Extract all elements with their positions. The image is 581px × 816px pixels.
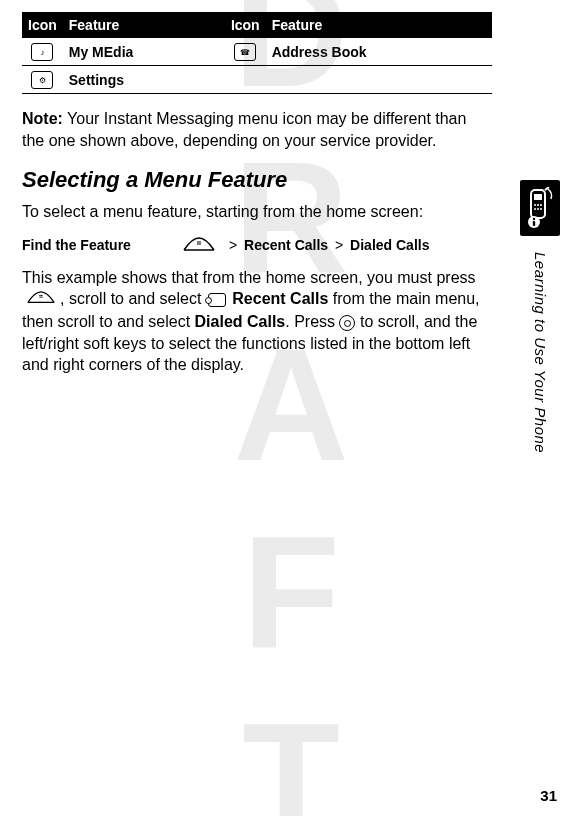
settings-icon: ⚙ [22,66,63,94]
svg-point-14 [540,208,542,210]
breadcrumb: > Recent Calls > Dialed Calls [226,237,429,253]
svg-point-10 [537,204,539,206]
address-book-icon: ☎ [225,38,266,66]
svg-point-9 [534,204,536,206]
body-recent: Recent Calls [232,290,328,307]
empty-cell [266,66,492,94]
intro-paragraph: To select a menu feature, starting from … [22,201,492,223]
th-feature-2: Feature [266,13,492,38]
th-icon-2: Icon [225,13,266,38]
icon-feature-table: Icon Feature Icon Feature ♪ My MEdia ☎ A… [22,12,492,94]
svg-rect-17 [533,221,535,226]
menu-key-icon [24,289,58,311]
table-row: ⚙ Settings [22,66,492,94]
nav-key-icon [339,315,355,331]
my-media-icon: ♪ [22,38,63,66]
crumb-dialed-calls: Dialed Calls [350,237,429,253]
th-icon-1: Icon [22,13,63,38]
svg-point-13 [537,208,539,210]
page-content: Icon Feature Icon Feature ♪ My MEdia ☎ A… [0,0,581,816]
section-title-vertical: Learning to Use Your Phone [532,252,549,453]
crumb-recent-calls: Recent Calls [244,237,328,253]
phone-info-icon [520,180,560,236]
svg-point-16 [533,218,535,220]
cell-address-book: Address Book [266,38,492,66]
body-t4: . Press [285,313,339,330]
cell-my-media: My MEdia [63,38,225,66]
table-row: ♪ My MEdia ☎ Address Book [22,38,492,66]
find-feature-row: Find the Feature > Recent Calls > Dialed… [22,237,492,253]
svg-point-12 [534,208,536,210]
cell-settings: Settings [63,66,225,94]
note-paragraph: Note: Your Instant Messaging menu icon m… [22,108,492,151]
empty-icon [225,66,266,94]
th-feature-1: Feature [63,13,225,38]
find-label: Find the Feature [22,237,172,253]
note-text: Your Instant Messaging menu icon may be … [22,110,466,149]
recent-calls-icon [208,293,226,307]
note-label: Note: [22,110,63,127]
table-header-row: Icon Feature Icon Feature [22,13,492,38]
page-number: 31 [540,787,557,804]
body-dialed: Dialed Calls [195,313,286,330]
svg-rect-8 [534,194,542,200]
svg-point-11 [540,204,542,206]
body-paragraph: This example shows that from the home sc… [22,267,492,376]
side-tab: Learning to Use Your Phone [517,180,563,453]
menu-key-icon [182,237,216,253]
body-t2: , scroll to and select [60,290,206,307]
section-heading: Selecting a Menu Feature [22,167,492,193]
body-t1: This example shows that from the home sc… [22,269,476,286]
